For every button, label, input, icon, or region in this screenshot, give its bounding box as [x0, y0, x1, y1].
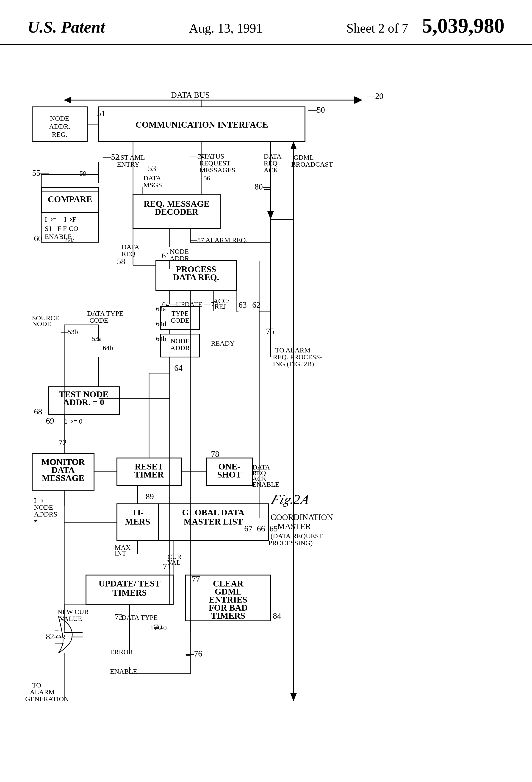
label-20: —20: [367, 92, 383, 101]
svg-text:NODE: NODE: [32, 320, 51, 327]
svg-text:SHOT: SHOT: [217, 470, 241, 479]
comm-interface-label: COMMUNICATION INTERFACE: [136, 120, 268, 130]
svg-text:⌐56: ⌐56: [199, 174, 210, 182]
svg-text:—70: —70: [145, 623, 162, 632]
svg-text:CODE: CODE: [89, 316, 108, 324]
svg-text:REQUEST: REQUEST: [199, 159, 230, 167]
svg-text:BROADCAST: BROADCAST: [291, 161, 333, 168]
svg-text:82—: 82—: [46, 632, 63, 641]
svg-text:STATUS: STATUS: [199, 152, 224, 160]
svg-text:72: 72: [59, 438, 67, 447]
label-53: 53: [148, 164, 156, 173]
svg-text:CODE: CODE: [170, 316, 189, 324]
svg-text:PROCESSING): PROCESSING): [268, 539, 312, 547]
svg-marker-218: [354, 96, 362, 104]
svg-text:REJ: REJ: [215, 303, 226, 310]
svg-text:TO: TO: [32, 681, 41, 689]
svg-text:UPDATE/ TEST: UPDATE/ TEST: [99, 579, 160, 588]
svg-text:NODE: NODE: [170, 248, 189, 255]
svg-text:64a: 64a: [156, 305, 166, 313]
svg-text:NODE: NODE: [34, 503, 53, 511]
svg-text:NEW CUR: NEW CUR: [57, 608, 89, 615]
svg-text:MERS: MERS: [125, 517, 150, 526]
svg-marker-199: [267, 211, 274, 219]
fig-label: 𝐹𝑖𝑔.2𝐴: [270, 492, 309, 507]
svg-text:—77: —77: [183, 575, 200, 584]
svg-text:64d: 64d: [156, 320, 166, 327]
svg-text:COORDINATION: COORDINATION: [271, 512, 333, 522]
svg-text:58: 58: [117, 257, 125, 266]
svg-marker-219: [290, 693, 297, 701]
svg-text:DATA REQ.: DATA REQ.: [173, 272, 219, 282]
svg-text:MASTER: MASTER: [277, 522, 311, 531]
svg-text:ING (FIG. 2B): ING (FIG. 2B): [273, 360, 314, 368]
label-51: —51: [88, 109, 105, 118]
svg-text:DATA: DATA: [143, 174, 161, 182]
svg-text:61: 61: [162, 251, 170, 260]
svg-text:63: 63: [238, 300, 247, 310]
svg-text:MESSAGE: MESSAGE: [42, 473, 84, 483]
svg-text:DATA TYPE: DATA TYPE: [121, 613, 158, 621]
compare-label: COMPARE: [48, 194, 92, 204]
svg-text:TO ALARM: TO ALARM: [275, 346, 310, 354]
svg-text:ALARM: ALARM: [30, 688, 54, 696]
svg-text:67: 67: [244, 524, 253, 533]
svg-text:1⇒= 0: 1⇒= 0: [64, 417, 82, 425]
svg-text:TIMERS: TIMERS: [112, 588, 147, 598]
svg-text:GENERATION: GENERATION: [25, 695, 69, 703]
svg-text:64: 64: [174, 363, 183, 372]
svg-text:ENABLE: ENABLE: [252, 481, 279, 488]
svg-text:I ⇒: I ⇒: [34, 497, 44, 504]
svg-text:≠: ≠: [34, 517, 38, 525]
svg-text:64b: 64b: [156, 335, 166, 342]
svg-text:84/: 84/: [65, 236, 74, 244]
svg-text:53a: 53a: [92, 335, 102, 342]
svg-text:MASTER LIST: MASTER LIST: [184, 517, 243, 526]
svg-text:DATA TYPE: DATA TYPE: [87, 310, 123, 317]
svg-text:VALUE: VALUE: [60, 615, 82, 622]
diagram-area: DATA BUS —20 COMMUNICATION INTERFACE —50…: [0, 45, 532, 779]
svg-marker-198: [290, 141, 297, 149]
svg-text:I⇒=: I⇒=: [45, 215, 56, 223]
patent-title: U.S. Patent: [28, 18, 105, 37]
svg-text:I⇒F: I⇒F: [64, 215, 76, 223]
svg-text:TIMERS: TIMERS: [211, 611, 245, 620]
svg-text:ADDR.: ADDR.: [49, 122, 70, 130]
patent-diagram: DATA BUS —20 COMMUNICATION INTERFACE —50…: [18, 59, 514, 770]
svg-text:C: C: [69, 225, 73, 232]
svg-text:64b: 64b: [103, 344, 113, 352]
svg-text:INT: INT: [115, 549, 126, 557]
svg-text:F F: F F: [57, 225, 67, 232]
sheet-info: Sheet 2 of 7: [346, 21, 408, 36]
svg-text:GLOBAL DATA: GLOBAL DATA: [182, 507, 245, 517]
svg-text:66: 66: [257, 524, 265, 533]
patent-number: 5,039,980: [422, 14, 504, 37]
svg-text:MESSAGES: MESSAGES: [199, 166, 235, 174]
svg-text:ADDR: ADDR: [170, 344, 190, 352]
svg-text:MSGS: MSGS: [143, 181, 162, 189]
svg-text:REG.: REG.: [52, 131, 67, 138]
label-50: —50: [308, 105, 325, 114]
svg-text:DECODER: DECODER: [155, 207, 199, 217]
svg-text:78: 78: [211, 450, 219, 459]
svg-text:80—: 80—: [255, 182, 271, 191]
svg-text:NODE: NODE: [170, 337, 189, 345]
svg-text:REQ. PROCESS-: REQ. PROCESS-: [273, 353, 322, 361]
data-bus-label: DATA BUS: [171, 91, 210, 100]
svg-text:DATA: DATA: [121, 243, 140, 251]
svg-text:TI-: TI-: [131, 507, 144, 517]
svg-text:READY: READY: [211, 340, 235, 347]
svg-text:ENTRY: ENTRY: [117, 161, 140, 168]
svg-text:(DATA REQUEST: (DATA REQUEST: [271, 532, 323, 540]
node-addr-reg-label: NODE: [50, 114, 69, 122]
svg-text:TYPE: TYPE: [172, 310, 189, 317]
label-55: 55—: [32, 169, 49, 178]
svg-text:TIMER: TIMER: [135, 470, 164, 479]
svg-text:ADDR. = 0: ADDR. = 0: [63, 397, 104, 407]
svg-text:ADDRS: ADDRS: [34, 510, 57, 518]
svg-text:68: 68: [34, 407, 42, 416]
svg-text:—59: —59: [72, 170, 86, 177]
svg-text:69: 69: [46, 416, 54, 425]
svg-text:—76: —76: [186, 649, 202, 658]
svg-text:89: 89: [146, 492, 154, 501]
